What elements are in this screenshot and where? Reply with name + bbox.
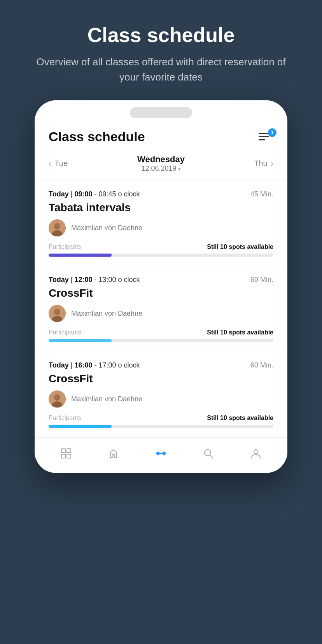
class-duration-3: 60 Min.: [250, 361, 273, 369]
class-time-row-2: Today | 12:00 - 13:00 o clock 60 Min.: [49, 276, 273, 284]
hero-title: Class schedule: [31, 23, 291, 47]
class-name-1: Tabata intervals: [49, 201, 273, 214]
svg-rect-13: [156, 452, 158, 455]
app-content: Class schedule 1 ‹ Tue Wednesday 12.06.2…: [35, 121, 287, 473]
instructor-row-1: Maximlian von Daehne: [49, 219, 273, 236]
class-card-2[interactable]: Today | 12:00 - 13:00 o clock 60 Min. Cr…: [35, 266, 287, 352]
dumbbell-icon: [156, 448, 166, 459]
svg-point-20: [254, 450, 258, 453]
participants-label-2: Participants: [49, 329, 81, 336]
progress-bar-fill-3: [49, 425, 112, 428]
participants-1: Participants Still 10 spots available: [49, 243, 273, 257]
progress-bar-bg-2: [49, 339, 273, 342]
svg-point-4: [54, 309, 60, 315]
participants-label-3: Participants: [49, 415, 81, 422]
avatar-1: [49, 219, 66, 236]
dropdown-arrow-icon: ▾: [178, 166, 181, 172]
class-time-row-1: Today | 09:00 - 09:45 o clock 45 Min.: [49, 190, 273, 198]
app-header: Class schedule 1: [35, 121, 287, 148]
instructor-name-2: Maximlian von Daehne: [71, 310, 142, 318]
hero-subtitle: Overview of all classes offered with dir…: [31, 54, 291, 85]
nav-item-home[interactable]: [103, 446, 124, 461]
current-date-value: 12.06.2019 ▾: [137, 164, 185, 173]
participants-header-2: Participants Still 10 spots available: [49, 329, 273, 336]
class-duration-2: 60 Min.: [250, 276, 273, 284]
bottom-navigation: [35, 438, 287, 473]
hero-section: Class schedule Overview of all classes o…: [0, 0, 322, 100]
svg-point-1: [54, 223, 60, 229]
instructor-name-1: Maximlian von Daehne: [71, 224, 142, 232]
nav-item-dumbbell[interactable]: [150, 446, 172, 461]
svg-point-7: [54, 394, 60, 401]
instructor-row-3: Maximlian von Daehne: [49, 390, 273, 408]
svg-rect-9: [61, 449, 65, 453]
svg-rect-17: [159, 453, 163, 454]
profile-icon: [250, 448, 261, 459]
class-card-3[interactable]: Today | 16:00 - 17:00 o clock 60 Min. Cr…: [35, 352, 287, 438]
spots-label-1: Still 10 spots available: [207, 243, 273, 250]
progress-bar-bg-3: [49, 425, 273, 428]
participants-3: Participants Still 10 spots available: [49, 415, 273, 428]
avatar-3: [49, 390, 66, 408]
phone-frame: Class schedule 1 ‹ Tue Wednesday 12.06.2…: [35, 100, 287, 473]
class-name-3: CrossFit: [49, 373, 273, 385]
filter-badge: 1: [268, 128, 276, 137]
class-duration-1: 45 Min.: [250, 190, 273, 198]
svg-rect-11: [61, 454, 65, 458]
class-name-2: CrossFit: [49, 287, 273, 299]
prev-day-label: Tue: [54, 159, 68, 168]
classes-list: Today | 09:00 - 09:45 o clock 45 Min. Ta…: [35, 181, 287, 438]
participants-header-3: Participants Still 10 spots available: [49, 415, 273, 422]
home-icon: [108, 448, 119, 459]
chevron-left-icon: ‹: [49, 159, 51, 169]
participants-header-1: Participants Still 10 spots available: [49, 243, 273, 250]
svg-rect-14: [164, 452, 166, 455]
svg-rect-10: [67, 449, 71, 453]
search-icon: [203, 448, 214, 459]
avatar-2: [49, 305, 66, 322]
progress-bar-fill-2: [49, 339, 112, 342]
progress-bar-fill-1: [49, 254, 112, 257]
date-navigation: ‹ Tue Wednesday 12.06.2019 ▾ Thu ›: [35, 148, 287, 181]
filter-line-2: [259, 136, 269, 137]
next-day-label: Thu: [254, 159, 267, 168]
prev-day-button[interactable]: ‹ Tue: [49, 159, 80, 169]
notch-bar: [130, 107, 192, 118]
avatar-svg-3: [49, 390, 66, 408]
svg-rect-12: [67, 454, 71, 458]
participants-2: Participants Still 10 spots available: [49, 329, 273, 342]
class-card-1[interactable]: Today | 09:00 - 09:45 o clock 45 Min. Ta…: [35, 181, 287, 266]
nav-item-profile[interactable]: [245, 446, 267, 461]
avatar-svg-2: [49, 305, 66, 322]
avatar-svg-1: [49, 219, 66, 236]
svg-rect-16: [163, 452, 164, 455]
class-time-row-3: Today | 16:00 - 17:00 o clock 60 Min.: [49, 361, 273, 369]
spots-label-3: Still 10 spots available: [207, 415, 273, 422]
progress-bar-bg-1: [49, 254, 273, 257]
app-title: Class schedule: [49, 129, 145, 144]
nav-item-search[interactable]: [198, 446, 219, 461]
class-time-1: Today | 09:00 - 09:45 o clock: [49, 190, 140, 198]
instructor-row-2: Maximlian von Daehne: [49, 305, 273, 322]
instructor-name-3: Maximlian von Daehne: [71, 395, 142, 403]
current-day-name: Wednesday: [137, 154, 185, 164]
participants-label-1: Participants: [49, 243, 81, 250]
filter-button[interactable]: 1: [259, 131, 273, 142]
chevron-right-icon: ›: [271, 159, 273, 169]
class-time-3: Today | 16:00 - 17:00 o clock: [49, 361, 140, 369]
phone-notch: [35, 100, 287, 121]
nav-item-grid[interactable]: [55, 446, 77, 461]
class-time-2: Today | 12:00 - 13:00 o clock: [49, 276, 140, 284]
filter-line-3: [259, 139, 265, 140]
next-day-button[interactable]: Thu ›: [242, 159, 273, 169]
grid-icon: [61, 448, 72, 459]
svg-rect-15: [158, 452, 159, 455]
svg-line-19: [210, 455, 213, 458]
spots-label-2: Still 10 spots available: [207, 329, 273, 336]
current-date: Wednesday 12.06.2019 ▾: [137, 154, 185, 173]
